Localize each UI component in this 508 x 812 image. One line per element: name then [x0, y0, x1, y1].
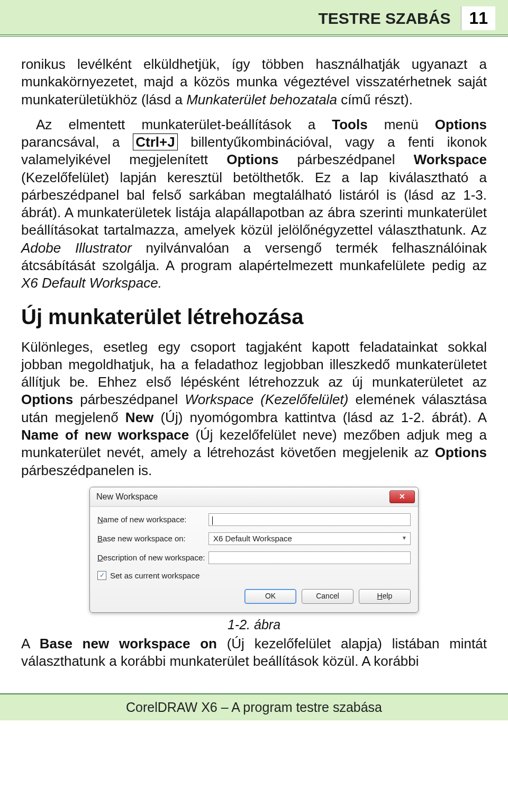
check-icon: ✓: [99, 572, 105, 579]
dialog-titlebar[interactable]: New Workspace ✕: [90, 487, 418, 507]
description-label: Description of new workspace:: [97, 552, 208, 563]
dialog-title: New Workspace: [96, 492, 158, 502]
figure-caption: 1-2. ábra: [21, 616, 487, 633]
name-label: Name of new workspace:: [97, 514, 208, 524]
ok-button[interactable]: OK: [244, 589, 296, 604]
page-content: ronikus levélként elküldhetjük, így több…: [0, 37, 508, 683]
paragraph-3: Különleges, esetleg egy csoport tagjakén…: [21, 338, 487, 479]
page-footer: CorelDRAW X6 – A program testre szabása: [0, 693, 508, 720]
base-combobox[interactable]: X6 Default Workspace ▼: [208, 532, 411, 545]
chevron-down-icon: ▼: [402, 535, 407, 542]
description-input[interactable]: [208, 551, 411, 564]
help-button[interactable]: Help: [359, 589, 411, 604]
page-number: 11: [461, 6, 495, 30]
close-icon: ✕: [399, 492, 405, 502]
text-caret-icon: [212, 516, 213, 525]
heading-new-workspace: Új munkaterület létrehozása: [21, 304, 487, 331]
keyboard-shortcut: Ctrl+J: [133, 133, 177, 150]
close-button[interactable]: ✕: [389, 490, 415, 503]
paragraph-4: A Base new workspace on (Új kezelőfelüle…: [21, 635, 487, 671]
set-current-label: Set as current workspace: [110, 570, 199, 581]
paragraph-1: ronikus levélként elküldhetjük, így több…: [21, 56, 487, 109]
page-header: TESTRE SZABÁS 11: [0, 0, 508, 37]
base-label: Base new workspace on:: [97, 533, 208, 543]
set-current-checkbox[interactable]: ✓: [97, 571, 106, 580]
new-workspace-dialog: New Workspace ✕ Name of new workspace: B…: [89, 487, 419, 613]
paragraph-2: Az elmentett munkaterület-beállítások a …: [21, 116, 487, 292]
header-title: TESTRE SZABÁS: [318, 6, 461, 30]
base-value: X6 Default Workspace: [213, 533, 292, 543]
name-input[interactable]: [208, 513, 411, 526]
cancel-button[interactable]: Cancel: [302, 589, 353, 604]
